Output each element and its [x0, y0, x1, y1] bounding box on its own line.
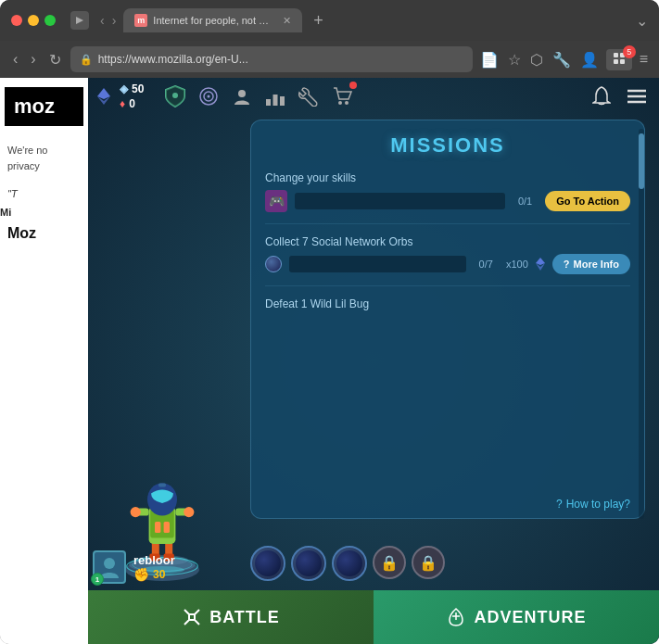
mission-label-3: Defeat 1 Wild Lil Bug — [265, 297, 630, 310]
maximize-window-button[interactable] — [44, 15, 56, 26]
target-hud-icon[interactable] — [196, 83, 222, 109]
multiplier-label: x100 — [506, 259, 528, 270]
orb-display — [265, 256, 282, 272]
eth-balance: ◈ 50 — [120, 82, 144, 95]
hud-icon-bar — [162, 83, 355, 109]
gem-icon: ♦ — [120, 97, 125, 110]
page-heading: Moz — [0, 218, 88, 249]
missions-scrollbar-track — [639, 129, 644, 519]
mission-progress-text-2: 0/7 — [474, 259, 499, 270]
svg-rect-34 — [155, 522, 160, 533]
battle-label: BATTLE — [209, 608, 280, 627]
browser-frame: ‹ › m Internet for people, not profit – … — [0, 0, 659, 644]
minimize-window-button[interactable] — [28, 15, 39, 26]
tab-close-button[interactable]: ✕ — [283, 15, 291, 27]
action-ball-1[interactable] — [250, 546, 285, 581]
missions-footer: ? How to play? — [251, 490, 644, 518]
missions-panel: MISSIONS Change your skills 🎮 — [250, 120, 645, 519]
reader-view-icon[interactable]: 📄 — [478, 49, 501, 70]
back-button[interactable]: ‹ — [100, 13, 105, 28]
missions-scrollbar-thumb[interactable] — [639, 133, 644, 189]
profile-hud-icon[interactable] — [229, 83, 255, 109]
svg-point-7 — [208, 95, 210, 98]
eth-logo-icon — [97, 88, 110, 105]
svg-point-37 — [104, 558, 115, 569]
close-window-button[interactable] — [11, 15, 22, 26]
mission-icon-wrapper-1: 🎮 — [265, 190, 287, 212]
missions-title: MISSIONS — [251, 120, 644, 167]
player-name-stats: rebloor ✊ 30 — [133, 553, 175, 582]
mission-row-1: 🎮 0/1 Go To Action — [265, 190, 630, 212]
svg-point-12 — [338, 101, 342, 105]
hamburger-menu-icon[interactable]: ≡ — [638, 49, 650, 69]
adventure-button[interactable]: ADVENTURE — [374, 590, 659, 644]
action-ball-inner-1 — [255, 550, 281, 576]
svg-rect-35 — [164, 522, 170, 533]
eth-amount: 50 — [132, 82, 144, 95]
svg-point-13 — [345, 101, 349, 105]
eth-reward-icon — [536, 258, 545, 271]
missions-list: Change your skills 🎮 0/1 Go To Action — [251, 167, 644, 490]
leaderboard-hud-icon[interactable] — [262, 83, 288, 109]
shield-hud-icon[interactable] — [162, 83, 188, 109]
action-balls-group: 🔒 🔒 — [250, 546, 445, 581]
adventure-label: ADVENTURE — [474, 608, 586, 627]
extensions-button[interactable]: 5 — [606, 49, 632, 70]
battle-button[interactable]: BATTLE — [88, 590, 374, 644]
page-bold: Mi — [0, 207, 88, 218]
gem-amount: 0 — [129, 97, 135, 110]
svg-point-8 — [238, 90, 246, 97]
forward-button[interactable]: › — [112, 13, 117, 28]
bookmark-icon[interactable]: ☆ — [506, 49, 523, 70]
mission-label-2: Collect 7 Social Network Orbs — [265, 235, 630, 248]
nav-bar: ‹ › ↻ 🔒 https://www.mozilla.org/en-U... … — [0, 41, 659, 78]
action-ball-inner-2 — [296, 550, 322, 576]
tools-icon[interactable]: 🔧 — [551, 49, 573, 70]
cart-hud-icon[interactable] — [329, 83, 355, 109]
page-quote: "T — [0, 181, 88, 207]
page-text-1: We're noprivacy — [0, 135, 88, 181]
notification-bell-icon[interactable] — [589, 83, 615, 109]
forward-nav-button[interactable]: › — [27, 49, 39, 69]
address-bar[interactable]: 🔒 https://www.mozilla.org/en-U... — [70, 46, 473, 72]
svg-rect-11 — [280, 96, 285, 106]
reload-button[interactable]: ↻ — [45, 49, 65, 70]
player-info-bar: 1 rebloor ✊ 30 — [93, 550, 175, 584]
mission-icon-1: 🎮 — [265, 190, 287, 212]
mission-bar-1 — [295, 193, 505, 209]
pocket-icon[interactable]: ⬡ — [528, 49, 545, 70]
mission-bar-2 — [289, 256, 466, 272]
game-menu-icon[interactable] — [624, 83, 650, 109]
gem-balance: ♦ 0 — [120, 97, 144, 110]
divider-2 — [265, 285, 630, 286]
new-tab-button[interactable]: + — [313, 11, 323, 31]
divider-1 — [265, 223, 630, 224]
go-to-action-button[interactable]: Go To Action — [545, 191, 630, 211]
orb-icon — [265, 256, 282, 272]
adventure-icon — [446, 607, 466, 627]
browser-tab[interactable]: m Internet for people, not profit – ✕ — [123, 8, 302, 32]
mission-item-1: Change your skills 🎮 0/1 Go To Action — [265, 171, 630, 212]
action-ball-3[interactable] — [332, 546, 367, 581]
title-bar: ‹ › m Internet for people, not profit – … — [0, 0, 659, 41]
tab-list-button[interactable]: ⌄ — [636, 12, 648, 30]
back-nav-button[interactable]: ‹ — [9, 49, 21, 69]
mission-item-3: Defeat 1 Wild Lil Bug — [265, 297, 630, 310]
player-power: ✊ 30 — [133, 567, 175, 582]
battle-icon — [182, 607, 202, 627]
more-info-button[interactable]: ? More Info — [552, 254, 630, 274]
action-ball-2[interactable] — [291, 546, 326, 581]
player-name: rebloor — [133, 553, 175, 567]
tools-hud-icon[interactable] — [296, 83, 322, 109]
locked-slot-1: 🔒 — [373, 546, 406, 579]
mission-item-2: Collect 7 Social Network Orbs 0/7 x100 — [265, 235, 630, 274]
eth-icon: ◈ — [120, 82, 128, 95]
help-icon: ? — [556, 498, 563, 511]
mission-label-1: Change your skills — [265, 171, 630, 184]
account-icon[interactable]: 👤 — [578, 49, 601, 70]
action-ball-inner-3 — [336, 550, 362, 576]
how-to-play-link[interactable]: ? How to play? — [556, 498, 630, 511]
player-level-badge: 1 — [91, 573, 104, 586]
mission-progress-text-1: 0/1 — [513, 196, 538, 207]
svg-point-4 — [172, 93, 178, 98]
